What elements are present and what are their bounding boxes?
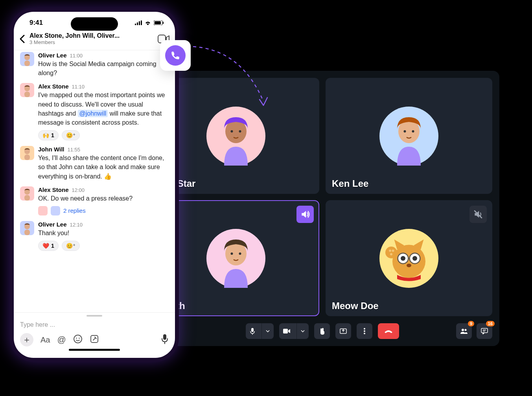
svg-point-59 <box>364 333 365 334</box>
status-icons <box>135 20 164 25</box>
wifi-icon <box>144 20 151 25</box>
phone-screen: 9:41 Alex Stone, John Will, Oliver... 3 … <box>14 12 175 358</box>
muted-badge <box>469 206 487 223</box>
more-options-button[interactable] <box>357 323 372 339</box>
share-screen-button[interactable] <box>335 323 351 339</box>
avatar[interactable] <box>20 221 34 235</box>
more-vertical-icon <box>364 328 365 334</box>
message-text: OK. Do we need a press release? <box>38 194 169 203</box>
participants-count-badge: 9 <box>468 321 474 326</box>
participant-tile[interactable]: Meow Doe <box>326 200 492 316</box>
message-author: John Will <box>38 146 64 153</box>
end-call-button[interactable] <box>378 323 399 339</box>
svg-point-50 <box>385 247 397 258</box>
chat-title: Alex Stone, John Will, Oliver... <box>29 32 153 39</box>
svg-rect-2 <box>139 21 140 25</box>
emoji-button[interactable] <box>73 334 83 345</box>
message[interactable]: Alex Stone11:10I've mapped out the most … <box>20 83 169 140</box>
participant-name: Ken Lee <box>332 178 368 189</box>
svg-rect-13 <box>24 92 30 97</box>
chat-subtitle: 3 Members <box>29 39 153 45</box>
message[interactable]: John Will11:55Yes, I'll also share the c… <box>20 146 169 181</box>
reaction-chip[interactable]: 😊⁺ <box>62 241 80 251</box>
reaction-chip[interactable]: 🙌 1 <box>38 130 59 140</box>
chat-header: Alex Stone, John Will, Oliver... 3 Membe… <box>14 30 175 50</box>
svg-rect-1 <box>137 22 138 25</box>
reaction-chip[interactable]: 😊⁺ <box>62 130 80 140</box>
message[interactable]: Oliver Lee11:00How is the Social Media c… <box>20 52 169 77</box>
svg-rect-16 <box>24 155 30 160</box>
svg-point-45 <box>401 256 405 261</box>
message-author: Oliver Lee <box>38 52 67 59</box>
svg-point-52 <box>392 249 394 252</box>
svg-rect-27 <box>163 334 166 340</box>
call-fab[interactable] <box>160 40 191 71</box>
svg-point-58 <box>364 330 365 332</box>
svg-point-49 <box>407 263 411 267</box>
compose-button[interactable] <box>90 334 99 345</box>
message-time: 11:10 <box>72 84 85 90</box>
message-author: Alex Stone <box>38 83 69 90</box>
chat-title-block[interactable]: Alex Stone, John Will, Oliver... 3 Membe… <box>29 32 153 45</box>
attach-button[interactable]: ＋ <box>20 333 33 346</box>
participant-name: Meow Doe <box>332 300 379 311</box>
svg-rect-54 <box>251 328 254 332</box>
reply-thread[interactable]: 2 replies <box>38 206 169 215</box>
chat-count-badge: 16 <box>486 321 495 326</box>
mention-button[interactable]: @ <box>57 335 66 345</box>
avatar[interactable] <box>20 146 34 160</box>
back-button[interactable] <box>19 35 25 43</box>
drag-handle[interactable] <box>87 315 102 317</box>
reactions: ❤️ 1😊⁺ <box>38 241 169 251</box>
participant-tile[interactable]: Ken Lee <box>326 78 492 194</box>
svg-rect-19 <box>24 195 30 201</box>
message-list[interactable]: Oliver Lee11:00How is the Social Media c… <box>14 50 175 312</box>
svg-rect-10 <box>24 61 30 66</box>
svg-point-39 <box>239 252 241 255</box>
call-controls: 9 16 <box>153 316 492 339</box>
participant-avatar <box>206 107 265 166</box>
chevron-down-icon[interactable] <box>296 323 309 339</box>
mention[interactable]: @johnwill <box>78 110 108 117</box>
svg-point-30 <box>231 130 233 133</box>
message-time: 12:10 <box>70 222 83 228</box>
mic-toggle[interactable] <box>246 323 274 339</box>
message-time: 11:55 <box>68 147 81 153</box>
chevron-down-icon[interactable] <box>261 323 274 339</box>
participants-button[interactable]: 9 <box>456 323 472 339</box>
svg-point-31 <box>239 130 241 133</box>
replies-link[interactable]: 2 replies <box>63 207 86 214</box>
mic-button[interactable] <box>161 334 169 346</box>
status-time: 9:41 <box>29 19 43 27</box>
svg-point-46 <box>412 256 417 261</box>
participant-avatar <box>379 107 438 166</box>
participant-avatar <box>379 229 438 288</box>
svg-point-34 <box>404 130 406 133</box>
raise-hand-button[interactable] <box>314 323 330 339</box>
svg-point-24 <box>76 338 77 339</box>
reaction-chip[interactable]: ❤️ 1 <box>38 241 59 251</box>
svg-rect-0 <box>135 24 136 25</box>
avatar[interactable] <box>20 186 34 201</box>
message-text: How is the Social Media campaign coming … <box>38 59 169 77</box>
message[interactable]: Alex Stone12:00OK. Do we need a press re… <box>20 186 169 215</box>
format-button[interactable]: Aa <box>40 335 50 344</box>
message-author: Alex Stone <box>38 186 69 193</box>
message-text: Yes, I'll also share the content once I'… <box>38 153 169 181</box>
reactions: 🙌 1😊⁺ <box>38 130 169 140</box>
camera-toggle[interactable] <box>279 323 309 339</box>
avatar[interactable] <box>20 83 34 97</box>
message[interactable]: Oliver Lee12:10Thank you!❤️ 1😊⁺ <box>20 221 169 251</box>
svg-rect-62 <box>481 328 488 333</box>
cellular-icon <box>135 20 142 25</box>
composer-input[interactable]: Type here ... <box>20 320 169 333</box>
avatar[interactable] <box>20 52 34 66</box>
svg-point-61 <box>465 329 467 331</box>
svg-point-23 <box>74 335 82 343</box>
chat-button[interactable]: 16 <box>477 323 492 339</box>
phone-notch <box>71 17 118 31</box>
screen-share-icon <box>340 328 347 334</box>
home-indicator <box>69 349 120 351</box>
phone-icon <box>165 45 186 66</box>
svg-rect-22 <box>24 230 30 235</box>
